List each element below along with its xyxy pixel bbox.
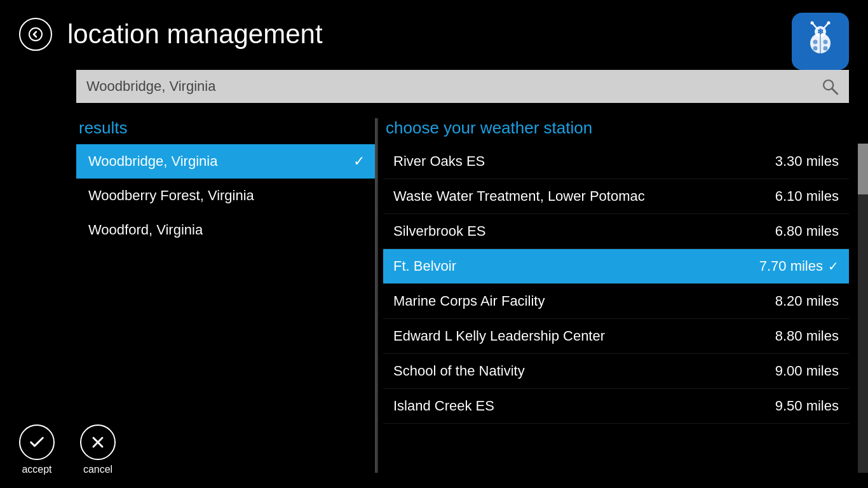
station-distance: 6.10 miles [775, 188, 839, 205]
station-item[interactable]: Waste Water Treatment, Lower Potomac6.10… [383, 179, 849, 214]
search-input[interactable] [86, 78, 821, 95]
station-distance: 3.30 miles [775, 153, 839, 170]
station-distance: 7.70 miles [759, 258, 823, 274]
station-item[interactable]: Marine Corps Air Facility8.20 miles [383, 284, 849, 319]
station-name: Edward L Kelly Leadership Center [393, 328, 763, 344]
cancel-label: cancel [83, 464, 112, 475]
station-distance: 6.80 miles [775, 223, 839, 240]
header: location management ❄ [0, 0, 868, 64]
station-name: Marine Corps Air Facility [393, 293, 763, 309]
station-name: School of the Nativity [393, 363, 763, 379]
result-label: Woodberry Forest, Virginia [88, 187, 254, 204]
station-distance: 9.00 miles [775, 363, 839, 379]
station-check-icon: ✓ [828, 259, 839, 274]
cancel-button[interactable]: cancel [80, 424, 116, 475]
result-label: Woodford, Virginia [88, 222, 203, 238]
results-column: results Woodbridge, Virginia✓Woodberry F… [76, 118, 375, 473]
accept-button[interactable]: accept [19, 424, 55, 475]
results-list: Woodbridge, Virginia✓Woodberry Forest, V… [76, 144, 375, 247]
station-name: Silverbrook ES [393, 223, 763, 240]
station-distance: 8.20 miles [775, 293, 839, 309]
back-button[interactable] [19, 18, 52, 51]
cancel-circle [80, 424, 116, 460]
result-item[interactable]: Woodbridge, Virginia✓ [76, 144, 375, 179]
result-item[interactable]: Woodberry Forest, Virginia [76, 179, 375, 213]
check-icon: ✓ [353, 153, 365, 170]
station-item[interactable]: River Oaks ES3.30 miles [383, 144, 849, 179]
station-distance: 8.80 miles [775, 328, 839, 344]
station-item[interactable]: Edward L Kelly Leadership Center8.80 mil… [383, 319, 849, 354]
search-bar [76, 70, 849, 103]
station-name: Waste Water Treatment, Lower Potomac [393, 188, 763, 205]
station-item[interactable]: Island Creek ES9.50 miles [383, 389, 849, 424]
svg-point-7 [827, 22, 831, 25]
main-content: results Woodbridge, Virginia✓Woodberry F… [76, 118, 868, 473]
svg-point-0 [29, 28, 42, 41]
svg-line-15 [832, 89, 837, 94]
svg-point-11 [813, 46, 818, 51]
station-item[interactable]: Silverbrook ES6.80 miles [383, 214, 849, 249]
station-item[interactable]: School of the Nativity9.00 miles [383, 354, 849, 389]
station-item[interactable]: Ft. Belvoir7.70 miles✓ [383, 249, 849, 284]
svg-point-9 [813, 40, 818, 44]
svg-point-10 [824, 40, 828, 44]
scrollbar-track[interactable] [858, 144, 868, 473]
station-name: Island Creek ES [393, 398, 763, 414]
station-column: choose your weather station River Oaks E… [377, 118, 868, 473]
station-name: Ft. Belvoir [393, 258, 747, 274]
svg-point-5 [811, 22, 814, 25]
station-header: choose your weather station [383, 118, 849, 138]
accept-label: accept [22, 464, 51, 475]
page-title: location management [67, 19, 323, 50]
results-header: results [76, 118, 375, 138]
result-label: Woodbridge, Virginia [88, 153, 217, 170]
svg-point-12 [824, 46, 828, 51]
station-list: River Oaks ES3.30 milesWaste Water Treat… [383, 144, 849, 424]
station-distance: 9.50 miles [775, 398, 839, 414]
svg-text:❄: ❄ [817, 27, 824, 36]
scrollbar-thumb[interactable] [858, 144, 868, 194]
bottom-bar: accept cancel [19, 424, 116, 475]
app-icon: ❄ [792, 13, 849, 70]
station-name: River Oaks ES [393, 153, 763, 170]
result-item[interactable]: Woodford, Virginia [76, 213, 375, 247]
accept-circle [19, 424, 55, 460]
search-button[interactable] [821, 78, 839, 95]
